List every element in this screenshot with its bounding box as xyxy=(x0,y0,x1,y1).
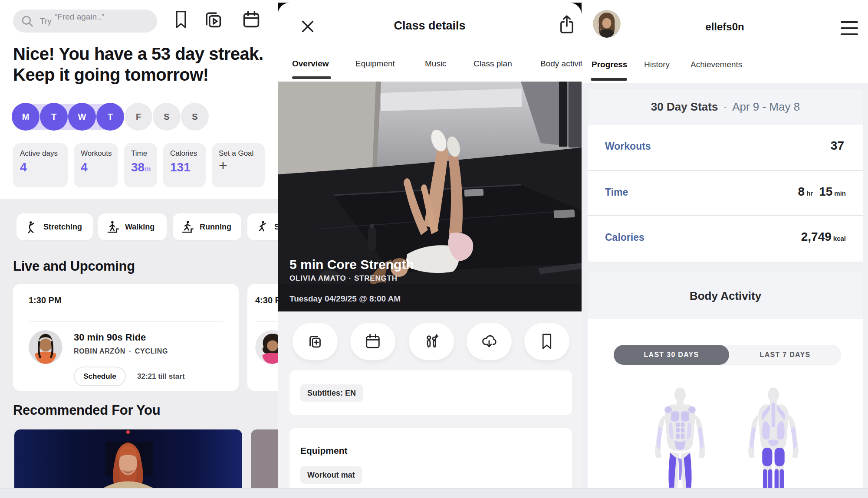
toggle-last-30-days[interactable]: LAST 30 DAYS xyxy=(614,345,729,365)
day-circle-tue[interactable]: T xyxy=(40,103,68,131)
stack-plus-icon xyxy=(306,333,324,350)
day-circle-mon[interactable]: M xyxy=(12,103,39,131)
live-card-ride[interactable]: 1:30 PM 30 min 90s Ride ROBIN ARZÓN·CYCL… xyxy=(13,284,239,391)
close-button[interactable] xyxy=(300,19,316,35)
stat-card-time[interactable]: Time 38m xyxy=(124,143,157,187)
equipment-chip: Workout mat xyxy=(300,466,362,484)
hero-class-meta: OLIVIA AMATO·STRENGTH xyxy=(289,274,398,283)
body-activity-card: Body Activity LAST 30 DAYS LAST 7 DAYS xyxy=(588,272,863,488)
class-time: 1:30 PM xyxy=(29,295,62,305)
plus-icon: + xyxy=(219,157,265,174)
class-meta: ROBIN ARZÓN·CYCLING xyxy=(74,347,168,355)
bookmark-icon xyxy=(540,333,553,350)
search-input[interactable]: Try “Fred again..” xyxy=(13,10,157,33)
activity-chip-sports[interactable]: S xyxy=(247,213,279,240)
stat-card-calories[interactable]: Calories 131 xyxy=(163,143,206,187)
tab-equipment[interactable]: Equipment xyxy=(355,59,395,69)
tab-music[interactable]: Music xyxy=(425,59,447,69)
cloud-download-icon xyxy=(480,333,498,350)
tab-achievements[interactable]: Achievements xyxy=(690,60,742,69)
tab-class-plan[interactable]: Class plan xyxy=(473,59,512,69)
divider xyxy=(255,321,279,322)
app-stage: Try “Fred again..” Nice! You have a 53 d… xyxy=(0,0,868,498)
stat-row-calories: Calories 2,749kcal xyxy=(588,215,863,260)
bookmarks-button[interactable] xyxy=(170,9,192,30)
class-hero-image[interactable]: 5 min Core Strength OLIVIA AMATO·STRENGT… xyxy=(278,82,582,311)
search-placeholder: Try “Fred again..” xyxy=(40,16,103,26)
search-icon xyxy=(20,14,35,29)
active-tab-indicator xyxy=(292,76,331,79)
day-circle-thu[interactable]: T xyxy=(96,103,124,131)
set-goal-card[interactable]: Set a Goal + xyxy=(212,143,265,187)
recommended-thumbnail-1[interactable] xyxy=(14,429,242,488)
time-link[interactable]: Time xyxy=(605,187,628,198)
recommended-title: Recommended For You xyxy=(13,403,160,418)
tab-progress[interactable]: Progress xyxy=(592,60,627,69)
body-diagram-front xyxy=(643,385,717,488)
hero-class-title: 5 min Core Strength xyxy=(289,257,414,272)
username: ellefs0n xyxy=(582,21,868,33)
running-icon xyxy=(181,220,194,233)
tab-body-activity[interactable]: Body activity xyxy=(540,59,582,69)
equipment-heading: Equipment xyxy=(300,446,348,456)
stat-row-time: Time 8hr15min xyxy=(588,170,863,215)
activity-chip-walking[interactable]: Walking xyxy=(98,213,167,240)
invite-friends-button[interactable] xyxy=(409,323,454,360)
activity-chip-stretching[interactable]: Stretching xyxy=(16,213,93,240)
menu-button[interactable] xyxy=(841,20,858,36)
body-diagram-back xyxy=(736,385,810,488)
people-invite-icon xyxy=(423,333,440,350)
toggle-last-7-days[interactable]: LAST 7 DAYS xyxy=(729,345,841,365)
stat-row-workouts: Workouts 37 xyxy=(588,125,863,170)
stat-card-active-days[interactable]: Active days 4 xyxy=(13,143,68,187)
calendar-button[interactable] xyxy=(240,9,262,30)
instructor-avatar xyxy=(255,330,279,364)
equipment-card: Equipment Workout mat xyxy=(289,428,572,498)
calendar-icon xyxy=(364,333,381,350)
tab-overview[interactable]: Overview xyxy=(292,59,329,69)
bottom-strip xyxy=(0,488,868,498)
subtitles-card: Subtitles: EN xyxy=(289,370,572,415)
download-button[interactable] xyxy=(467,323,512,360)
active-tab-indicator xyxy=(591,78,627,81)
tab-history[interactable]: History xyxy=(644,60,670,69)
live-upcoming-title: Live and Upcoming xyxy=(13,259,135,274)
calendar-icon xyxy=(241,10,261,29)
class-time: 4:30 PM xyxy=(255,295,279,305)
stats-card-header: 30 Day Stats · Apr 9 - May 8 xyxy=(588,89,863,125)
activity-chip-running[interactable]: Running xyxy=(173,213,241,240)
countdown-text: 32:21 till start xyxy=(137,372,185,381)
live-card-next[interactable]: 4:30 PM xyxy=(247,284,279,391)
schedule-class-button[interactable] xyxy=(350,323,395,360)
bookmark-icon xyxy=(174,10,188,29)
share-button[interactable] xyxy=(558,15,575,35)
video-library-button[interactable] xyxy=(202,9,224,30)
home-panel: Try “Fred again..” Nice! You have a 53 d… xyxy=(0,0,279,498)
calories-link[interactable]: Calories xyxy=(605,232,644,243)
stretching-icon xyxy=(25,220,38,233)
workouts-link[interactable]: Workouts xyxy=(605,141,651,152)
date-range: Apr 9 - May 8 xyxy=(732,100,800,114)
subtitles-chip: Subtitles: EN xyxy=(300,384,363,402)
class-details-panel: Class details Overview Equipment Music C… xyxy=(278,0,582,498)
recommended-thumbnail-2[interactable] xyxy=(251,429,279,488)
body-activity-header: Body Activity xyxy=(588,272,863,319)
divider xyxy=(29,321,223,322)
class-title: 30 min 90s Ride xyxy=(74,332,146,343)
day-circle-sun[interactable]: S xyxy=(181,103,209,131)
share-icon xyxy=(558,15,575,35)
stat-card-workouts[interactable]: Workouts 4 xyxy=(74,143,118,187)
day-circle-sat[interactable]: S xyxy=(153,103,181,131)
day-circle-fri[interactable]: F xyxy=(125,103,152,131)
video-stack-icon xyxy=(203,10,223,29)
streak-heading: Nice! You have a 53 day streak. Keep it … xyxy=(13,43,273,85)
close-icon xyxy=(300,19,315,34)
sports-icon xyxy=(256,220,269,233)
profile-panel: ellefs0n Progress History Achievements 3… xyxy=(582,0,868,498)
day-circle-wed[interactable]: W xyxy=(68,103,96,131)
schedule-button[interactable]: Schedule xyxy=(74,367,126,386)
instructor-avatar xyxy=(29,330,62,364)
body-activity-toggle: LAST 30 DAYS LAST 7 DAYS xyxy=(614,345,841,365)
add-to-stack-button[interactable] xyxy=(293,323,338,360)
bookmark-class-button[interactable] xyxy=(524,323,569,360)
